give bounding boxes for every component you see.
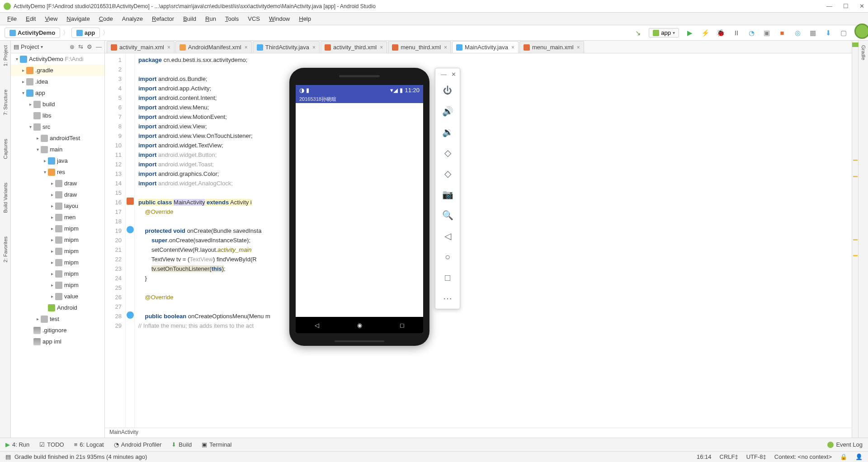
menu-edit[interactable]: Edit [22,14,39,23]
override-glyph[interactable] [127,311,134,319]
menu-view[interactable]: View [41,14,61,23]
code-breadcrumb[interactable]: MainActivity [105,428,852,438]
tab-todo[interactable]: ☑TODO [39,441,64,448]
tree-node[interactable]: ▸men [11,212,104,223]
editor-tab[interactable]: ThirdActivity.java× [253,41,320,53]
menu-window[interactable]: Window [265,14,293,23]
breadcrumb-root[interactable]: ActivityDemo [5,28,60,38]
target-icon[interactable]: ⊕ [70,43,75,50]
menu-tools[interactable]: Tools [222,14,242,23]
close-icon[interactable]: × [577,44,580,51]
tree-node[interactable]: ▸mipm [11,223,104,234]
menu-run[interactable]: Run [202,14,220,23]
close-icon[interactable]: × [312,44,316,51]
debug-icon[interactable]: 🐞 [716,28,725,38]
editor-tab[interactable]: menu_main.xml× [519,41,584,53]
code-text[interactable]: package cn.edu.besti.is.sxx.activitydemo… [135,53,852,428]
tree-node[interactable]: ▸androidTest [11,132,104,144]
status-encoding[interactable]: UTF-8‡ [746,453,766,460]
tab-event-log[interactable]: Event Log [827,441,863,448]
editor-tab[interactable]: AndroidManifest.xml× [175,41,252,53]
tree-node[interactable]: ▾src [11,121,104,132]
minimize-button[interactable]: — [826,3,832,9]
more-icon[interactable]: ⋯ [435,288,460,309]
close-icon[interactable]: × [511,44,514,51]
close-button[interactable]: ✕ [859,3,864,9]
close-icon[interactable]: × [380,44,383,51]
status-position[interactable]: 16:14 [697,453,712,460]
volume-up-icon[interactable]: 🔊 [435,101,460,122]
menu-build[interactable]: Build [179,14,200,23]
tab-run[interactable]: ▶4: Run [5,441,29,448]
tree-node[interactable]: ▸mipm [11,245,104,257]
tree-node[interactable]: app iml [11,336,104,347]
tab-structure[interactable]: 7: Structure [2,87,9,118]
tree-node[interactable]: ▸mipm [11,268,104,279]
tree-node[interactable]: ▾app [11,87,104,99]
lock-icon[interactable]: 🔒 [840,453,847,460]
tree-node[interactable]: ▸draw [11,189,104,200]
collapse-icon[interactable]: ⇆ [78,43,83,50]
screenshot-icon[interactable]: 📷 [435,184,460,205]
status-context[interactable]: Context: <no context> [774,453,832,460]
sync-icon[interactable]: ⬇ [824,28,833,38]
run-config-select[interactable]: app ▾ [649,28,679,38]
editor-tab[interactable]: menu_third.xml× [388,41,451,53]
tree-node[interactable]: ▸.gradle [11,65,104,76]
tree-node[interactable]: ▸value [11,291,104,302]
structure-icon[interactable]: ▢ [839,28,848,38]
run-icon[interactable]: ▶ [685,28,694,38]
tree-node[interactable]: ▸mipm [11,279,104,291]
tree-node[interactable]: ▸mipm [11,257,104,268]
power-icon[interactable]: ⏻ [435,80,460,101]
rotate-right-icon[interactable]: ◇ [435,163,460,184]
tab-logcat[interactable]: ≡6: Logcat [74,441,104,448]
tree-node[interactable]: .gitignore [11,325,104,336]
project-tree[interactable]: ▾ActivityDemo F:\Andi▸.gradle▸.idea▾app▸… [11,53,104,438]
attach-debugger-icon[interactable]: ◔ [747,28,756,38]
menu-help[interactable]: Help [295,14,315,23]
tree-node[interactable]: ▾res [11,166,104,178]
breadcrumb-module[interactable]: app [71,28,100,38]
error-glyph[interactable] [127,198,134,205]
make-icon[interactable]: ↘ [633,28,642,38]
volume-down-icon[interactable]: 🔉 [435,122,460,142]
tree-node[interactable]: ▸.idea [11,76,104,87]
tab-project[interactable]: 1: Project [2,42,9,69]
inspections-badge[interactable] [854,24,868,39]
tab-captures[interactable]: Captures [2,136,9,162]
editor-tab[interactable]: activity_third.xml× [321,41,387,53]
avd-icon[interactable]: ◎ [793,28,802,38]
tab-build[interactable]: ⬇Build [171,441,192,448]
profile-icon[interactable]: ⏸ [731,28,741,38]
editor-tab[interactable]: MainActivity.java× [452,41,519,53]
memory-icon[interactable]: 👤 [855,453,863,460]
tab-terminal[interactable]: ▣Terminal [202,441,231,448]
menu-file[interactable]: File [4,14,20,23]
home-icon[interactable]: ○ [435,246,460,267]
zoom-icon[interactable]: 🔍 [435,205,460,226]
nav-home-icon[interactable]: ◉ [355,321,363,329]
tree-node[interactable]: ▸test [11,313,104,325]
rotate-left-icon[interactable]: ◇ [435,142,460,163]
emulator-screen[interactable]: ◑ ▮ ▾◢▮11:20 20165318孙晓暄 ◁ ◉ ◻ [296,85,423,333]
gear-icon[interactable]: ⚙ [87,43,92,50]
close-icon[interactable]: × [167,44,170,51]
status-eol[interactable]: CRLF‡ [720,453,738,460]
tree-node[interactable]: ▾main [11,144,104,155]
overview-ruler[interactable] [852,41,858,438]
maximize-button[interactable]: ☐ [843,3,849,9]
menu-vcs[interactable]: VCS [244,14,264,23]
tab-profiler[interactable]: ◔Android Profiler [114,441,162,448]
apply-changes-icon[interactable]: ⚡ [701,28,710,38]
nav-recent-icon[interactable]: ◻ [398,321,406,329]
tree-node[interactable]: ▸layou [11,200,104,212]
back-icon[interactable]: ◁ [435,226,460,246]
menu-analyze[interactable]: Analyze [118,14,146,23]
tree-node[interactable]: Android [11,302,104,313]
tree-node[interactable]: ▸mipm [11,234,104,245]
emulator-close-icon[interactable]: ✕ [451,71,456,78]
close-icon[interactable]: × [245,44,248,51]
nav-back-icon[interactable]: ◁ [313,321,321,329]
overview-icon[interactable]: □ [435,267,460,288]
